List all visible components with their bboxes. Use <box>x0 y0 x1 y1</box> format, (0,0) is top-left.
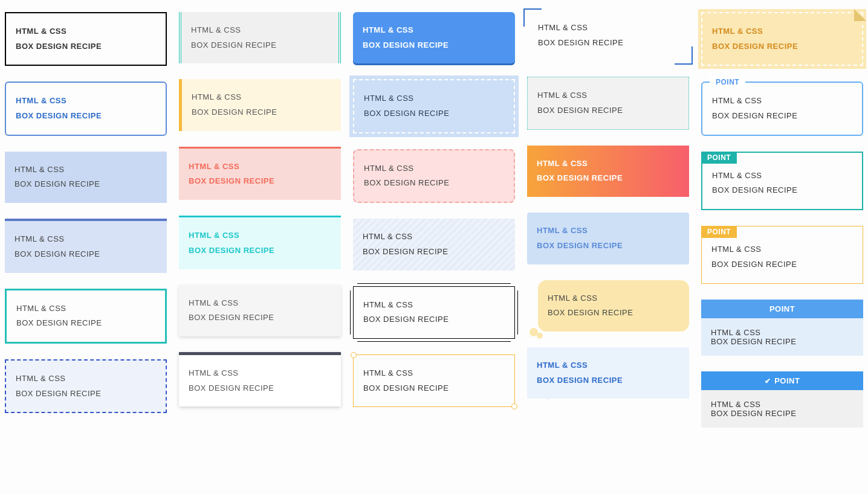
check-icon <box>765 376 771 385</box>
box-line1: HTML & CSS <box>15 232 157 247</box>
box-line2: BOX DESIGN RECIPE <box>191 38 329 53</box>
box-line1: HTML & CSS <box>537 358 679 373</box>
box-line2: BOX DESIGN RECIPE <box>537 103 679 118</box>
box-line2: BOX DESIGN RECIPE <box>15 177 157 192</box>
box-topaccent-cyan: HTML & CSS BOX DESIGN RECIPE <box>179 216 341 269</box>
box-topborder-blue: HTML & CSS BOX DESIGN RECIPE <box>5 219 167 272</box>
box-point-teal-tab: POINT HTML & CSS BOX DESIGN RECIPE <box>701 152 863 210</box>
box-line1: HTML & CSS <box>548 291 679 306</box>
box-line2: BOX DESIGN RECIPE <box>363 38 505 53</box>
box-line2: BOX DESIGN RECIPE <box>537 171 679 186</box>
point-label: POINT <box>710 77 745 88</box>
box-line1: HTML & CSS <box>363 366 505 381</box>
box-line1: HTML & CSS <box>192 90 331 105</box>
box-line1: HTML & CSS <box>363 23 505 38</box>
box-line2: BOX DESIGN RECIPE <box>16 316 155 331</box>
box-note-fold: HTML & CSS BOX DESIGN RECIPE <box>701 12 863 66</box>
box-line1: HTML & CSS <box>711 328 853 337</box>
box-line1: HTML & CSS <box>712 168 852 184</box>
box-dashed-pink: HTML & CSS BOX DESIGN RECIPE <box>353 149 515 203</box>
box-stripe-pattern: HTML & CSS BOX DESIGN RECIPE <box>353 219 515 270</box>
box-dashed-blue: HTML & CSS BOX DESIGN RECIPE <box>5 359 167 413</box>
point-header: POINT <box>701 300 863 318</box>
box-line1: HTML & CSS <box>537 223 679 239</box>
box-line1: HTML & CSS <box>537 156 679 172</box>
box-line2: BOX DESIGN RECIPE <box>16 387 156 402</box>
box-stitched-blue: HTML & CSS BOX DESIGN RECIPE <box>353 79 515 133</box>
box-line2: BOX DESIGN RECIPE <box>548 306 679 321</box>
box-body: HTML & CSS BOX DESIGN RECIPE <box>701 318 863 356</box>
point-label: POINT <box>701 226 737 238</box>
column-5: HTML & CSS BOX DESIGN RECIPE POINT HTML … <box>701 12 863 428</box>
box-line2: BOX DESIGN RECIPE <box>16 109 156 124</box>
box-soft-blue: HTML & CSS BOX DESIGN RECIPE <box>527 213 689 264</box>
point-header-check: POINT <box>701 371 863 390</box>
box-line1: HTML & CSS <box>16 371 156 387</box>
box-blue-rounded: HTML & CSS BOX DESIGN RECIPE <box>5 82 167 135</box>
box-shadow-topbar: HTML & CSS BOX DESIGN RECIPE <box>179 352 341 406</box>
box-topaccent-coral: HTML & CSS BOX DESIGN RECIPE <box>179 147 341 200</box>
box-line1: HTML & CSS <box>711 400 853 409</box>
box-crosslines: HTML & CSS BOX DESIGN RECIPE <box>353 286 515 339</box>
box-design-grid: HTML & CSS BOX DESIGN RECIPE HTML & CSS … <box>5 12 863 428</box>
box-line2: BOX DESIGN RECIPE <box>15 247 157 262</box>
column-2: HTML & CSS BOX DESIGN RECIPE HTML & CSS … <box>179 12 341 406</box>
box-line2: BOX DESIGN RECIPE <box>537 373 679 388</box>
box-line2: BOX DESIGN RECIPE <box>189 243 331 258</box>
box-line2: BOX DESIGN RECIPE <box>712 39 852 54</box>
box-line2: BOX DESIGN RECIPE <box>16 39 156 54</box>
box-line1: HTML & CSS <box>712 24 852 39</box>
box-corner-circles: HTML & CSS BOX DESIGN RECIPE <box>353 354 515 407</box>
box-line2: BOX DESIGN RECIPE <box>711 257 853 272</box>
point-label: POINT <box>701 152 737 164</box>
box-line1: HTML & CSS <box>189 228 331 243</box>
box-line2: BOX DESIGN RECIPE <box>364 106 504 121</box>
point-label: POINT <box>774 376 800 385</box>
box-line2: BOX DESIGN RECIPE <box>711 337 853 346</box>
box-speech-bubble: HTML & CSS BOX DESIGN RECIPE <box>527 347 689 399</box>
box-line2: BOX DESIGN RECIPE <box>189 381 331 396</box>
box-line2: BOX DESIGN RECIPE <box>537 239 679 254</box>
box-line2: BOX DESIGN RECIPE <box>189 310 331 326</box>
box-line1: HTML & CSS <box>16 301 155 316</box>
box-line2: BOX DESIGN RECIPE <box>363 312 505 327</box>
box-line2: BOX DESIGN RECIPE <box>712 183 852 198</box>
box-line1: HTML & CSS <box>363 229 505 245</box>
box-line2: BOX DESIGN RECIPE <box>189 174 331 189</box>
column-3: HTML & CSS BOX DESIGN RECIPE HTML & CSS … <box>353 12 515 407</box>
box-line2: BOX DESIGN RECIPE <box>364 176 504 191</box>
box-leftaccent-orange: HTML & CSS BOX DESIGN RECIPE <box>179 79 341 130</box>
box-line1: HTML & CSS <box>364 161 504 176</box>
box-blue-button: HTML & CSS BOX DESIGN RECIPE <box>353 12 515 63</box>
box-double-sides: HTML & CSS BOX DESIGN RECIPE <box>179 12 341 63</box>
box-point-outline: POINT HTML & CSS BOX DESIGN RECIPE <box>701 82 863 135</box>
box-line2: BOX DESIGN RECIPE <box>538 36 678 51</box>
box-line2: BOX DESIGN RECIPE <box>363 245 505 260</box>
box-teal-thick: HTML & CSS BOX DESIGN RECIPE <box>5 289 167 344</box>
box-line2: BOX DESIGN RECIPE <box>363 381 505 396</box>
box-line2: BOX DESIGN RECIPE <box>711 409 853 418</box>
column-1: HTML & CSS BOX DESIGN RECIPE HTML & CSS … <box>5 12 167 413</box>
box-line1: HTML & CSS <box>712 94 852 109</box>
box-lightblue-fill: HTML & CSS BOX DESIGN RECIPE <box>5 152 167 203</box>
box-line2: BOX DESIGN RECIPE <box>712 109 852 124</box>
box-line1: HTML & CSS <box>538 21 678 36</box>
box-line1: HTML & CSS <box>711 242 853 257</box>
box-line1: HTML & CSS <box>16 24 156 39</box>
box-shadow-gray: HTML & CSS BOX DESIGN RECIPE <box>179 285 341 336</box>
box-corner-brackets: HTML & CSS BOX DESIGN RECIPE <box>527 12 689 61</box>
box-dotted-teal: HTML & CSS BOX DESIGN RECIPE <box>527 77 689 129</box>
box-point-header-check: POINT HTML & CSS BOX DESIGN RECIPE <box>701 371 863 428</box>
box-point-header-blue: POINT HTML & CSS BOX DESIGN RECIPE <box>701 300 863 356</box>
column-4: HTML & CSS BOX DESIGN RECIPE HTML & CSS … <box>527 12 689 399</box>
box-line1: HTML & CSS <box>537 88 679 103</box>
box-black-border: HTML & CSS BOX DESIGN RECIPE <box>5 12 167 66</box>
box-line1: HTML & CSS <box>189 296 331 311</box>
box-line1: HTML & CSS <box>191 23 329 38</box>
box-line1: HTML & CSS <box>364 91 504 106</box>
box-point-orange-tab: POINT HTML & CSS BOX DESIGN RECIPE <box>701 226 863 283</box>
box-line1: HTML & CSS <box>189 159 331 175</box>
box-gradient: HTML & CSS BOX DESIGN RECIPE <box>527 146 689 197</box>
box-line1: HTML & CSS <box>189 366 331 381</box>
box-line2: BOX DESIGN RECIPE <box>192 105 331 120</box>
